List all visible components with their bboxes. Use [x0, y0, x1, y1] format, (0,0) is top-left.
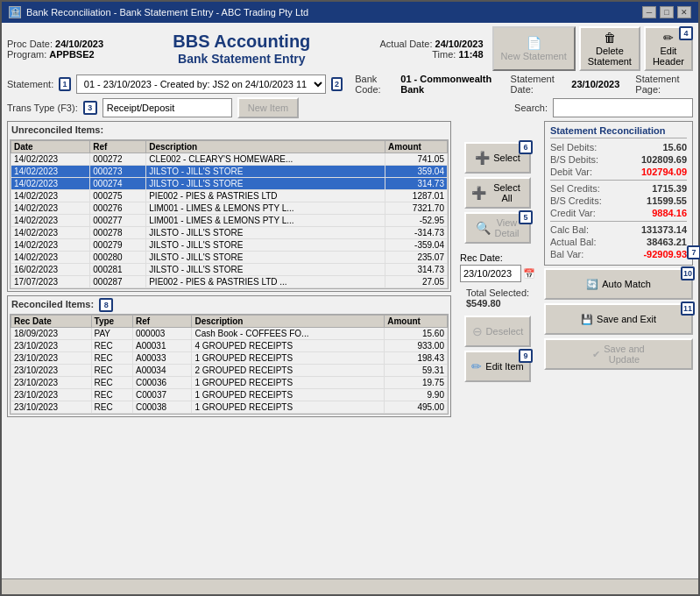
sel-debits-value: 15.60 [662, 142, 687, 153]
table-row[interactable]: 14/02/2023 000272 CLE002 - CLEARY'S HOME… [11, 153, 448, 166]
view-detail-button[interactable]: 🔍 ViewDetail 5 [464, 212, 531, 244]
app-title-main: BBS Accounting [112, 32, 371, 52]
badge-1: 1 [59, 77, 71, 91]
save-update-label: Save andUpdate [604, 344, 644, 365]
trans-row: Trans Type (F3): 3 New Item Search: [7, 97, 693, 118]
actual-bal-label: Actual Bal: [550, 237, 597, 247]
rec-date-input[interactable] [460, 265, 521, 282]
cell-amount: 15.60 [385, 328, 448, 340]
credit-var-value: 9884.16 [652, 208, 687, 218]
table-row[interactable]: 23/10/2023 REC C00037 1 GROUPED RECEIPTS… [11, 389, 448, 401]
cell-ref: 000273 [90, 166, 146, 178]
table-row[interactable]: 14/02/2023 000274 JILSTO - JILL'S STORE … [11, 178, 448, 190]
trans-type-field[interactable] [103, 98, 232, 117]
delete-statement-label: DeleteStatement [588, 46, 632, 67]
edit-header-button[interactable]: ✏ EditHeader 4 [644, 26, 693, 71]
sel-debits-label: Sel Debits: [550, 142, 597, 153]
calendar-icon[interactable]: 📅 [523, 268, 535, 280]
table-row[interactable]: 18/09/2023 PAY 000003 Cash Book - COFFEE… [11, 328, 448, 340]
deselect-button[interactable]: ⊖ Deselect [464, 316, 531, 347]
main-content: Proc Date: 24/10/2023 Program: APPBSE2 B… [2, 23, 698, 578]
badge-8: 8 [99, 298, 113, 312]
table-row[interactable]: 14/02/2023 000278 JILSTO - JILL'S STORE … [11, 227, 448, 239]
cell-amount: 19.75 [385, 377, 448, 389]
sel-credits-value: 1715.39 [652, 183, 687, 194]
calc-bal-value: 131373.14 [641, 224, 687, 235]
table-row[interactable]: 14/02/2023 000275 PIE002 - PIES & PASTRI… [11, 190, 448, 202]
select-button[interactable]: ➕ Select 6 [464, 142, 531, 174]
close-button[interactable]: ✕ [677, 6, 691, 18]
cell-amount: 1287.01 [385, 190, 448, 202]
proc-date-value: 24/10/2023 [55, 39, 103, 49]
col-date: Date [11, 141, 90, 153]
cell-type: REC [91, 352, 132, 365]
recon-panel: Statement Reconciliation Sel Debits: 15.… [544, 121, 693, 266]
bank-code-value: 01 - Commonwealth Bank [400, 74, 494, 95]
actual-date-label: Actual Date: [380, 39, 433, 49]
select-all-button[interactable]: ➕ Select All [464, 177, 531, 209]
statement-row: Statement: 1 01 - 23/10/2023 - Created b… [7, 74, 693, 95]
cell-desc: JILSTO - JILL'S STORE [146, 227, 385, 239]
badge-9: 9 [519, 349, 533, 363]
select-label: Select [493, 153, 520, 163]
edit-item-button[interactable]: ✏ Edit Item 9 [464, 351, 531, 382]
cell-date: 14/02/2023 [11, 227, 90, 239]
cell-amount: 27.05 [385, 276, 448, 288]
reconciled-table-container[interactable]: Rec Date Type Ref Description Amount 18/… [10, 314, 449, 415]
select-icon: ➕ [475, 151, 490, 165]
cell-type: REC [91, 340, 132, 352]
cell-amount: 933.00 [385, 340, 448, 352]
col-desc: Description [146, 141, 385, 153]
rec-date-box: Rec Date: 📅 [456, 251, 539, 284]
table-row[interactable]: 16/02/2023 000281 JILSTO - JILL'S STORE … [11, 264, 448, 276]
maximize-button[interactable]: □ [660, 6, 674, 18]
minimize-button[interactable]: ─ [642, 6, 656, 18]
cell-amount: 495.00 [385, 401, 448, 414]
save-update-icon: ✔ [592, 349, 600, 360]
table-row[interactable]: 23/10/2023 REC A00031 4 GROUPED RECEIPTS… [11, 340, 448, 352]
cell-rec-date: 23/10/2023 [11, 365, 92, 377]
table-row[interactable]: 17/07/2023 000287 PIE002 - PIES & PASTRI… [11, 276, 448, 288]
table-row[interactable]: 23/10/2023 REC A00034 2 GROUPED RECEIPTS… [11, 365, 448, 377]
table-row[interactable]: 23/10/2023 REC A00033 1 GROUPED RECEIPTS… [11, 352, 448, 365]
cell-desc: 1 GROUPED RECEIPTS [192, 377, 385, 389]
table-row[interactable]: 14/02/2023 000277 LIM001 - LIMES & LEMON… [11, 215, 448, 227]
rec-date-label: Rec Date: [460, 252, 535, 263]
cell-date: 14/02/2023 [11, 215, 90, 227]
middle-buttons: ➕ Select 6 ➕ Select All 🔍 ViewDetail 5 [456, 121, 539, 575]
search-input[interactable] [553, 98, 693, 117]
table-row[interactable]: 14/02/2023 000279 JILSTO - JILL'S STORE … [11, 239, 448, 252]
view-detail-label: ViewDetail [494, 217, 519, 238]
deselect-label: Deselect [486, 326, 524, 337]
debit-var-value: 102794.09 [641, 167, 687, 177]
table-row[interactable]: 14/02/2023 000273 JILSTO - JILL'S STORE … [11, 166, 448, 178]
statement-dropdown[interactable]: 01 - 23/10/2023 - Created by: JS2 on 24/… [76, 74, 326, 94]
save-update-button[interactable]: ✔ Save andUpdate [544, 338, 693, 370]
cell-ref: 000287 [90, 276, 146, 288]
select-all-label: Select All [490, 182, 524, 203]
body-row: Unreconciled Items: Date Ref Description… [7, 121, 693, 575]
deselect-icon: ⊖ [472, 324, 483, 338]
unreconciled-table-container[interactable]: Date Ref Description Amount 14/02/2023 0… [10, 139, 449, 289]
new-statement-button[interactable]: 📄 New Statement [492, 26, 576, 71]
table-row[interactable]: 14/02/2023 000280 JILSTO - JILL'S STORE … [11, 252, 448, 264]
cell-ref: 000281 [90, 264, 146, 276]
auto-match-button[interactable]: 🔄 Auto Match 10 [544, 268, 693, 300]
cell-desc: Cash Book - COFFEES FO... [192, 328, 385, 340]
badge-5: 5 [519, 210, 533, 224]
cell-desc: 4 GROUPED RECEIPTS [192, 340, 385, 352]
table-row[interactable]: 14/02/2023 000276 LIM001 - LIMES & LEMON… [11, 202, 448, 215]
badge-6: 6 [519, 140, 533, 154]
cell-ref: 000003 [133, 328, 192, 340]
table-row[interactable]: 23/10/2023 REC C00038 1 GROUPED RECEIPTS… [11, 401, 448, 414]
save-exit-button[interactable]: 💾 Save and Exit 11 [544, 303, 693, 335]
new-item-button[interactable]: New Item [237, 97, 299, 118]
app-title-sub: Bank Statement Entry [112, 52, 371, 66]
delete-statement-button[interactable]: 🗑 DeleteStatement [579, 26, 640, 71]
table-row[interactable]: 23/10/2023 REC C00036 1 GROUPED RECEIPTS… [11, 377, 448, 389]
new-item-label: New Item [248, 103, 288, 113]
actual-bal-value: 38463.21 [647, 237, 687, 247]
cell-ref: A00034 [133, 365, 192, 377]
cell-amount: 741.05 [385, 153, 448, 166]
cell-date: 14/02/2023 [11, 178, 90, 190]
